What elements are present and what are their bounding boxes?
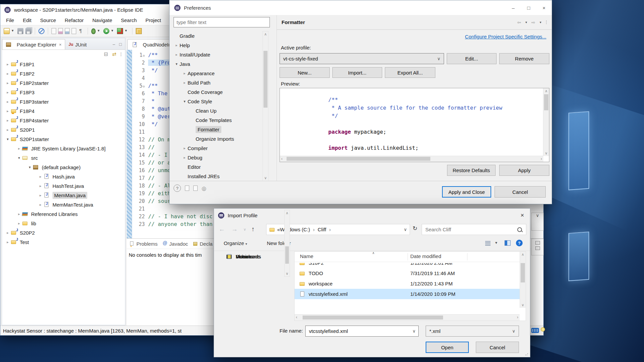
preferences-tree-item[interactable]: Code Coverage (171, 87, 262, 97)
import-button[interactable]: Import... (332, 67, 382, 78)
expander-icon[interactable] (5, 90, 11, 95)
scrollbar-thumb[interactable] (521, 263, 525, 282)
expander-icon[interactable] (182, 71, 188, 76)
tree-item[interactable]: Test (2, 237, 125, 247)
keyboard-tray-icon[interactable] (531, 328, 539, 333)
file-row[interactable]: vtcsstylefixed.xml 1/14/2020 10:09 PM (295, 289, 520, 299)
tree-item[interactable]: MemMan.java (2, 191, 125, 200)
minimized-panel-chevron[interactable]: ∨ (531, 213, 544, 231)
scrollbar-thumb[interactable] (303, 316, 443, 320)
scroll-left-icon[interactable]: ‹ (281, 156, 283, 161)
tree-item[interactable]: S20P2 (2, 228, 125, 237)
expander-icon[interactable] (5, 100, 11, 104)
scroll-down-icon[interactable]: ∨ (263, 176, 268, 180)
forward-icon[interactable]: → (231, 226, 238, 233)
toolbar-icon[interactable] (117, 28, 123, 34)
file-row[interactable]: TODO 7/31/2019 11:46 AM (295, 268, 520, 278)
expander-icon[interactable] (16, 146, 22, 151)
menu-item[interactable]: Search (116, 17, 141, 23)
preferences-tree-item[interactable]: Clean Up (171, 106, 262, 115)
up-icon[interactable]: ↑ (251, 226, 255, 233)
expander-icon[interactable] (16, 156, 22, 160)
preferences-tree-item[interactable]: Debug (171, 153, 262, 162)
help-icon[interactable]: ? (174, 185, 181, 192)
toolbar-icon[interactable] (35, 28, 35, 34)
chevron-down-icon[interactable]: ∨ (404, 227, 407, 232)
toolbar-icon[interactable] (72, 28, 76, 34)
expander-icon[interactable] (174, 62, 180, 66)
toolbar-icon[interactable] (17, 28, 23, 34)
preferences-tree-item[interactable]: Appearance (171, 69, 262, 78)
file-type-select[interactable]: *.xml ∨ (426, 326, 519, 337)
expander-icon[interactable] (37, 184, 43, 188)
scroll-down-icon[interactable]: ∨ (520, 303, 526, 307)
toolbar-icon[interactable] (132, 28, 132, 34)
expander-icon[interactable] (5, 62, 11, 67)
cancel-button[interactable]: Cancel (495, 186, 546, 198)
tree-item[interactable]: (default package) (2, 162, 125, 172)
tree-item[interactable]: Hash.java (2, 172, 125, 181)
file-list-horizontal-scrollbar[interactable]: ‹ › (295, 314, 520, 321)
toolbar-icon[interactable] (12, 28, 15, 34)
preferences-tree-item[interactable]: Code Style (171, 97, 262, 106)
column-divider[interactable] (408, 253, 408, 260)
column-name[interactable]: Name (300, 253, 313, 259)
preferences-tree-item[interactable]: Installed JREs (171, 171, 262, 181)
toolbar-icon[interactable] (98, 28, 101, 34)
breadcrumb-segment[interactable]: Cliff (318, 227, 334, 232)
expander-icon[interactable] (5, 72, 11, 76)
tree-item[interactable]: src (2, 153, 125, 162)
tree-item[interactable]: F18P4 (2, 106, 125, 116)
overflow-icon[interactable]: ⁞ (546, 20, 547, 25)
scrollbar-thumb[interactable] (285, 246, 289, 264)
column-divider[interactable] (467, 253, 467, 260)
recent-locations-icon[interactable]: ∨ (243, 227, 246, 232)
view-options-icon[interactable]: ▾ (495, 240, 497, 245)
active-profile-select[interactable]: vt-cs-style-fixed ∨ (280, 53, 444, 64)
expander-icon[interactable] (5, 137, 11, 141)
view-menu-icon[interactable]: ⁞ (120, 51, 122, 57)
file-name-combo[interactable]: ∨ (305, 326, 419, 337)
scroll-right-icon[interactable]: › (541, 156, 542, 161)
expander-icon[interactable] (37, 203, 43, 207)
menu-item[interactable]: Source (36, 17, 61, 23)
open-button[interactable]: Open (426, 342, 469, 353)
toolbar-icon[interactable] (88, 28, 88, 34)
breadcrumb-segment[interactable]: « (277, 227, 280, 232)
resize-grip[interactable] (525, 352, 528, 356)
expander-icon[interactable] (182, 81, 188, 85)
maximize-view-icon[interactable]: □ (119, 42, 122, 47)
toolbar-icon[interactable] (4, 28, 10, 34)
scroll-up-icon[interactable]: ∧ (543, 89, 549, 93)
preferences-tree-item[interactable]: Compiler (171, 143, 262, 153)
tree-item[interactable]: F18P2 (2, 69, 125, 78)
search-input[interactable] (425, 226, 517, 233)
console-tab[interactable]: Decla (193, 241, 212, 247)
tree-item[interactable]: JRE System Library [JavaSE-1.8] (2, 144, 125, 153)
sidebar-item[interactable]: Videos (226, 251, 251, 262)
console-tab[interactable]: Problems (129, 241, 157, 247)
expander-icon[interactable] (174, 43, 180, 47)
tree-item[interactable]: Referenced Libraries (2, 209, 125, 219)
preview-pane-icon[interactable] (505, 240, 511, 246)
scrollbar-thumb[interactable] (544, 94, 548, 110)
forward-menu-icon[interactable]: ▾ (540, 20, 541, 24)
toolbar-icon[interactable] (111, 28, 115, 34)
minimize-icon[interactable]: – (506, 0, 521, 15)
edit-button[interactable]: Edit... (447, 53, 497, 64)
scroll-up-icon[interactable]: ∧ (263, 32, 268, 36)
file-list-vertical-scrollbar[interactable]: ∧ ∨ (520, 252, 526, 308)
import-preferences-icon[interactable] (193, 186, 198, 191)
scroll-left-icon[interactable]: ‹ (296, 315, 297, 320)
maximize-icon[interactable]: □ (521, 0, 536, 15)
close-icon[interactable]: × (515, 209, 530, 222)
tree-item[interactable]: lib (2, 219, 125, 228)
toolbar-icon[interactable] (51, 28, 56, 34)
toolbar-icon[interactable] (125, 28, 129, 34)
tree-item[interactable]: HashTest.java (2, 181, 125, 191)
expander-icon[interactable] (16, 212, 22, 216)
toolbar-icon[interactable] (38, 28, 44, 34)
preferences-tree-item[interactable]: Formatter (171, 125, 262, 134)
tree-item[interactable]: F18P3 (2, 88, 125, 97)
expander-icon[interactable] (5, 128, 11, 132)
